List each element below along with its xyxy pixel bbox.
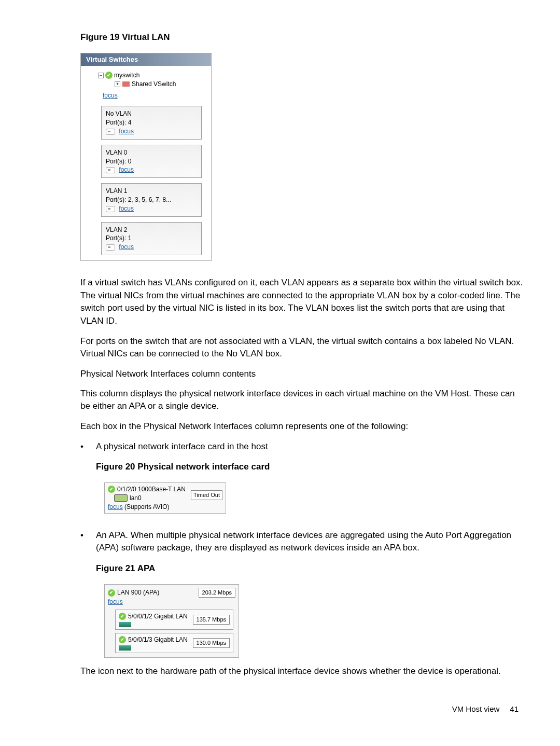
- paragraph: Each box in the Physical Network Interfa…: [80, 420, 524, 433]
- shared-vswitch-label: Shared VSwitch: [132, 80, 176, 89]
- apa-device-label: 5/0/0/1/3 Gigabit LAN: [128, 636, 188, 644]
- device-bar-icon: [119, 645, 131, 651]
- focus-link[interactable]: focus: [119, 205, 134, 212]
- mbps-badge: 130.0 Mbps: [193, 638, 230, 648]
- vlan-title: No VLAN: [106, 109, 197, 118]
- vlan-box: VLAN 2 Port(s): 1 focus: [101, 222, 202, 255]
- switch-name: myswitch: [114, 71, 139, 80]
- status-ok-icon: ✔: [119, 636, 126, 643]
- timed-out-badge: Timed Out: [191, 490, 222, 500]
- vlan-ports: Port(s): 2, 3, 5, 6, 7, 8...: [106, 196, 197, 204]
- paragraph: If a virtual switch has VLANs configured…: [80, 277, 524, 328]
- vlan-box: No VLAN Port(s): 4 focus: [101, 106, 202, 139]
- apa-device-box: ✔ 5/0/0/1/3 Gigabit LAN 130.0 Mbps: [115, 633, 233, 653]
- vlan-title: VLAN 2: [106, 226, 197, 234]
- vlan-ports: Port(s): 1: [106, 234, 197, 243]
- apa-panel: ✔ LAN 900 (APA) 203.2 Mbps focus ✔ 5/0/0…: [104, 584, 239, 658]
- page-footer: VM Host view 41: [80, 703, 524, 714]
- footer-label: VM Host view: [452, 703, 500, 714]
- apa-device-box: ✔ 5/0/0/1/2 Gigabit LAN 135.7 Mbps: [115, 610, 233, 630]
- figure-21-title: Figure 21 APA: [96, 562, 524, 575]
- virtual-switches-panel: Virtual Switches – ✔ myswitch + Shared V…: [80, 53, 524, 261]
- vlan-ports: Port(s): 0: [106, 157, 197, 166]
- paragraph: The icon next to the hardware path of th…: [80, 665, 524, 678]
- paragraph: This column displays the physical networ…: [80, 388, 524, 413]
- shared-vswitch-node[interactable]: + Shared VSwitch: [115, 80, 206, 89]
- switch-tree-root[interactable]: – ✔ myswitch: [98, 71, 206, 80]
- device-bar-icon: [119, 622, 131, 627]
- status-ok-icon: ✔: [119, 613, 126, 620]
- status-ok-icon: ✔: [108, 486, 115, 493]
- section-heading: Physical Network Interfaces column conte…: [80, 368, 524, 380]
- footer-page-number: 41: [510, 703, 519, 714]
- mbps-badge: 203.2 Mbps: [199, 588, 235, 598]
- nic-icon: [106, 129, 115, 135]
- paragraph: For ports on the switch that are not ass…: [80, 335, 524, 361]
- nic-supports-avio: (Supports AVIO): [123, 503, 170, 510]
- nic-icon: [106, 206, 115, 212]
- nic-lan-name: lan0: [130, 494, 142, 503]
- figure-19-title: Figure 19 Virtual LAN: [80, 31, 524, 44]
- vswitch-icon: [122, 81, 130, 87]
- virtual-switches-header: Virtual Switches: [81, 53, 211, 66]
- collapse-icon[interactable]: –: [98, 73, 104, 78]
- bullet-text: An APA. When multiple physical network i…: [96, 530, 511, 552]
- vlan-box: VLAN 0 Port(s): 0 focus: [101, 145, 202, 178]
- vlan-title: VLAN 1: [106, 187, 197, 196]
- lan-port-icon: [114, 494, 128, 502]
- nic-icon: [106, 244, 115, 251]
- focus-link[interactable]: focus: [119, 166, 134, 173]
- expand-icon[interactable]: +: [115, 81, 120, 87]
- focus-link[interactable]: focus: [119, 128, 134, 135]
- figure-20-title: Figure 20 Physical network interface car…: [96, 461, 524, 473]
- vlan-title: VLAN 0: [106, 148, 197, 157]
- nic-hwpath: 0/1/2/0 1000Base-T LAN: [117, 485, 186, 494]
- focus-link[interactable]: focus: [103, 91, 118, 100]
- status-ok-icon: ✔: [108, 589, 115, 597]
- list-item: A physical network interface card in the…: [96, 440, 524, 514]
- nic-panel: ✔ 0/1/2/0 1000Base-T LAN lan0 focus (Sup…: [104, 482, 226, 514]
- focus-link[interactable]: focus: [119, 243, 134, 251]
- apa-device-label: 5/0/0/1/2 Gigabit LAN: [128, 612, 188, 621]
- vlan-box: VLAN 1 Port(s): 2, 3, 5, 6, 7, 8... focu…: [101, 183, 202, 216]
- apa-label: LAN 900 (APA): [117, 588, 159, 597]
- bullet-text: A physical network interface card in the…: [96, 441, 268, 451]
- nic-icon: [106, 167, 115, 173]
- status-ok-icon: ✔: [105, 72, 113, 79]
- focus-link[interactable]: focus: [108, 598, 123, 605]
- focus-link[interactable]: focus: [108, 503, 123, 510]
- list-item: An APA. When multiple physical network i…: [96, 529, 524, 657]
- vlan-ports: Port(s): 4: [106, 118, 197, 127]
- mbps-badge: 135.7 Mbps: [193, 615, 230, 625]
